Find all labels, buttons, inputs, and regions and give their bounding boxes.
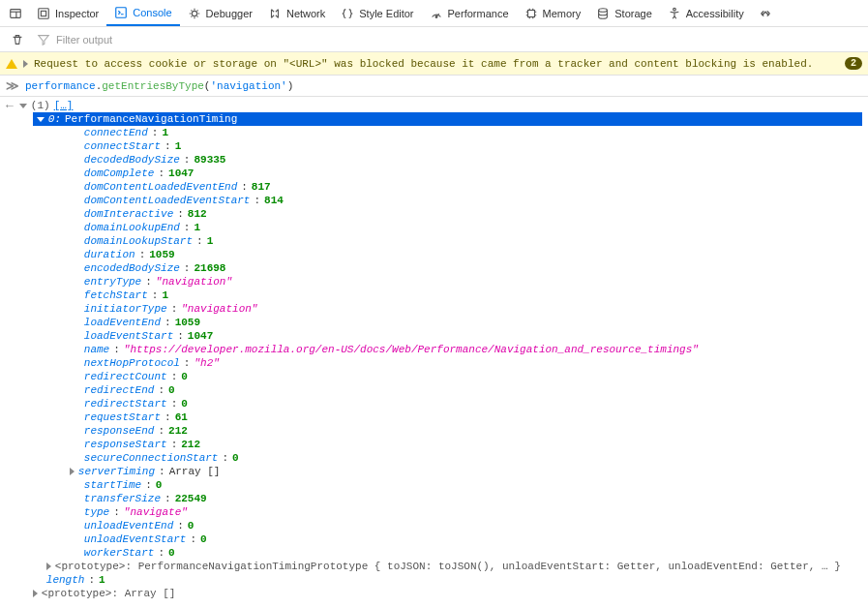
tab-network[interactable]: Network xyxy=(260,0,333,26)
property-key: loadEventStart xyxy=(84,329,173,343)
chevron-right-icon[interactable] xyxy=(33,590,38,597)
property-value: 817 xyxy=(252,180,271,194)
svg-rect-4 xyxy=(41,11,45,15)
tab-label: Debugger xyxy=(206,8,253,19)
property-key: domInteractive xyxy=(84,207,173,221)
expression: performance.getEntriesByType('navigation… xyxy=(25,80,293,92)
property-key: type xyxy=(84,505,109,519)
property-row[interactable]: secureConnectionStart: 0 xyxy=(19,451,862,465)
property-row[interactable]: entryType: "navigation" xyxy=(19,275,862,289)
property-row[interactable]: duration: 1059 xyxy=(19,248,862,261)
property-key: loadEventEnd xyxy=(84,316,161,329)
property-row[interactable]: redirectCount: 0 xyxy=(19,370,862,383)
devtools-toolbar: Inspector Console Debugger Network Style… xyxy=(0,0,868,27)
property-row[interactable]: encodedBodySize: 21698 xyxy=(19,261,862,275)
property-row[interactable]: requestStart: 61 xyxy=(19,410,862,424)
array-item-0[interactable]: 0: PerformanceNavigationTiming xyxy=(19,112,862,126)
chevron-down-icon[interactable] xyxy=(19,104,27,108)
property-row[interactable]: redirectStart: 0 xyxy=(19,397,862,410)
tab-style-editor[interactable]: Style Editor xyxy=(333,0,421,26)
tab-inspector[interactable]: Inspector xyxy=(29,0,106,26)
property-value: 0 xyxy=(232,451,239,465)
filter-icon[interactable] xyxy=(35,26,52,53)
prototype-row[interactable]: <prototype>: PerformanceNavigationTiming… xyxy=(19,560,862,573)
chevron-right-icon[interactable] xyxy=(46,562,51,570)
warning-text: Request to access cookie or storage on "… xyxy=(34,58,839,70)
property-value: Array [] xyxy=(169,465,221,478)
svg-rect-3 xyxy=(39,8,49,18)
property-row[interactable]: fetchStart: 1 xyxy=(19,289,862,302)
property-row[interactable]: decodedBodySize: 89335 xyxy=(19,153,862,167)
clear-icon[interactable] xyxy=(4,26,31,53)
tab-performance[interactable]: Performance xyxy=(422,0,517,26)
property-row[interactable]: responseEnd: 212 xyxy=(19,424,862,438)
tab-accessibility[interactable]: Accessibility xyxy=(660,0,752,26)
length-row[interactable]: length: 1 xyxy=(19,573,862,587)
tab-debugger[interactable]: Debugger xyxy=(180,0,260,26)
svg-point-6 xyxy=(192,11,196,15)
property-row[interactable]: domComplete: 1047 xyxy=(19,167,862,180)
tab-console[interactable]: Console xyxy=(106,0,179,26)
property-key: connectStart xyxy=(84,139,161,153)
property-row[interactable]: startTime: 0 xyxy=(19,478,862,492)
property-row[interactable]: domainLookupEnd: 1 xyxy=(19,221,862,234)
output-arrow-icon: ← xyxy=(6,99,14,600)
svg-rect-0 xyxy=(11,9,21,17)
property-row[interactable]: domInteractive: 812 xyxy=(19,207,862,221)
property-row[interactable]: loadEventStart: 1047 xyxy=(19,329,862,343)
tab-label: Memory xyxy=(543,8,582,19)
property-key: redirectStart xyxy=(84,397,167,410)
property-row[interactable]: nextHopProtocol: "h2" xyxy=(19,356,862,370)
property-row[interactable]: initiatorType: "navigation" xyxy=(19,302,862,316)
property-value: "navigate" xyxy=(124,505,188,519)
warning-row[interactable]: Request to access cookie or storage on "… xyxy=(0,52,868,76)
property-key: unloadEventEnd xyxy=(84,519,173,532)
property-row[interactable]: domContentLoadedEventStart: 814 xyxy=(19,194,862,207)
property-row[interactable]: responseStart: 212 xyxy=(19,438,862,451)
filter-input[interactable] xyxy=(56,34,864,46)
property-value: "navigation" xyxy=(181,302,257,316)
property-value: 1059 xyxy=(149,248,174,261)
property-row[interactable]: type: "navigate" xyxy=(19,505,862,519)
property-row[interactable]: domContentLoadedEventEnd: 817 xyxy=(19,180,862,194)
property-row[interactable]: unloadEventStart: 0 xyxy=(19,532,862,546)
console-output: ← (1) […] 0: PerformanceNavigationTiming… xyxy=(0,97,868,600)
more-tabs-icon[interactable] xyxy=(752,0,779,27)
property-row[interactable]: loadEventEnd: 1059 xyxy=(19,316,862,329)
svg-point-11 xyxy=(673,8,675,11)
console-input[interactable]: ≫ performance.getEntriesByType('navigati… xyxy=(0,76,868,97)
tab-label: Console xyxy=(133,7,171,18)
property-row[interactable]: connectEnd: 1 xyxy=(19,126,862,139)
property-key: secureConnectionStart xyxy=(84,451,219,465)
property-value: 89335 xyxy=(194,153,225,167)
property-key: responseStart xyxy=(84,438,167,451)
property-row[interactable]: redirectEnd: 0 xyxy=(19,383,862,397)
property-value: 21698 xyxy=(194,261,225,275)
property-row[interactable]: name: "https://developer.mozilla.org/en-… xyxy=(19,343,862,356)
result-tree: (1) […] 0: PerformanceNavigationTiming c… xyxy=(19,99,862,600)
property-row[interactable]: unloadEventEnd: 0 xyxy=(19,519,862,532)
chevron-right-icon[interactable] xyxy=(23,60,28,68)
property-value: 1059 xyxy=(175,316,200,329)
property-value: 0 xyxy=(181,370,188,383)
prototype-row[interactable]: <prototype>: Array [] xyxy=(19,587,862,600)
tab-storage[interactable]: Storage xyxy=(588,0,660,26)
property-row[interactable]: domainLookupStart: 1 xyxy=(19,234,862,248)
property-row[interactable]: connectStart: 1 xyxy=(19,139,862,153)
property-row[interactable]: serverTiming: Array [] xyxy=(19,465,862,478)
array-root[interactable]: (1) […] xyxy=(19,99,862,112)
tab-label: Network xyxy=(286,8,325,19)
chevron-right-icon[interactable] xyxy=(70,468,75,475)
property-row[interactable]: transferSize: 22549 xyxy=(19,492,862,505)
chevron-down-icon[interactable] xyxy=(37,117,45,122)
property-row[interactable]: workerStart: 0 xyxy=(19,546,862,560)
tab-memory[interactable]: Memory xyxy=(517,0,589,26)
dock-icon[interactable] xyxy=(2,0,29,27)
property-key: duration xyxy=(84,248,135,261)
property-value: 0 xyxy=(168,546,175,560)
property-key: fetchStart xyxy=(84,289,148,302)
svg-rect-5 xyxy=(116,7,127,17)
tab-label: Performance xyxy=(448,8,509,19)
property-value: 812 xyxy=(188,207,207,221)
property-value: 1047 xyxy=(168,167,194,180)
